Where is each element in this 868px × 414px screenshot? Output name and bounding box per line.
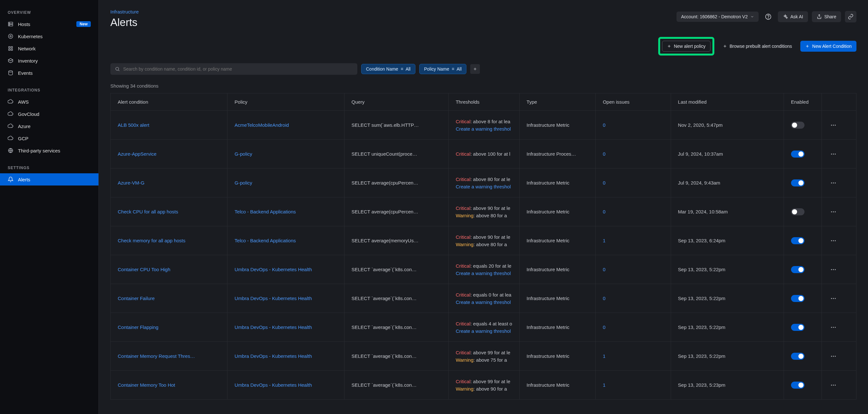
row-actions-button[interactable] [829,150,838,158]
query-text: SELECT `average`(`k8s.con… [351,267,441,272]
condition-link[interactable]: Container Memory Request Thres… [118,353,220,359]
condition-link[interactable]: Azure-AppService [118,151,220,157]
row-actions-button[interactable] [829,178,838,187]
sidebar-item-kubernetes[interactable]: Kubernetes [0,30,98,42]
condition-link[interactable]: Container CPU Too High [118,267,220,272]
policy-link[interactable]: Umbra DevOps - Kubernetes Health [235,267,337,272]
breadcrumb[interactable]: Infrastructure [110,9,677,14]
ask-ai-button[interactable]: Ask AI [778,11,808,22]
header-type[interactable]: Type [519,93,596,111]
sidebar-item-azure[interactable]: Azure [0,120,98,132]
row-actions-button[interactable] [829,236,838,245]
new-alert-condition-button[interactable]: New Alert Condition [800,41,857,52]
header-last-modified[interactable]: Last modified [671,93,784,111]
create-warning-link[interactable]: Create a warning threshol [456,299,512,305]
open-issues-link[interactable]: 1 [603,382,605,388]
create-warning-link[interactable]: Create a warning threshol [456,126,512,131]
enabled-toggle[interactable] [791,179,805,186]
policy-link[interactable]: Telco - Backend Applications [235,209,337,214]
policy-link[interactable]: AcmeTelcoMobileAndroid [235,122,337,128]
enabled-toggle[interactable] [791,324,805,331]
create-warning-link[interactable]: Create a warning threshol [456,184,512,189]
create-warning-link[interactable]: Create a warning threshol [456,328,512,334]
enabled-toggle[interactable] [791,122,805,129]
condition-link[interactable]: Azure-VM-G [118,180,220,185]
condition-link[interactable]: Container Failure [118,296,220,301]
account-selector[interactable]: Account: 1606862 - Demotron V2 [677,11,758,22]
browse-prebuilt-button[interactable]: Browse prebuilt alert conditions [718,41,797,51]
header-condition[interactable]: Alert condition [111,93,227,111]
open-issues-link[interactable]: 0 [603,296,605,301]
header-thresholds[interactable]: Thresholds [448,93,519,111]
policy-link[interactable]: Telco - Backend Applications [235,238,337,243]
filter-policy-name[interactable]: Policy Name = All [419,64,466,74]
header-enabled[interactable]: Enabled [784,93,822,111]
share-button[interactable]: Share [812,11,841,22]
sidebar-item-alerts[interactable]: Alerts [0,173,98,185]
header-open-issues[interactable]: Open issues [596,93,671,111]
new-alert-policy-button[interactable]: New alert policy [662,41,711,52]
type-text: Infrastructure Metric [527,122,569,128]
header-query[interactable]: Query [344,93,448,111]
svg-point-33 [831,298,832,299]
open-issues-link[interactable]: 0 [603,267,605,272]
add-filter-button[interactable] [470,64,480,74]
more-horizontal-icon [830,209,837,215]
row-actions-button[interactable] [829,323,838,332]
sidebar-item-network[interactable]: Network [0,42,98,55]
row-actions-button[interactable] [829,352,838,361]
open-issues-link[interactable]: 1 [603,353,605,359]
open-issues-link[interactable]: 0 [603,324,605,330]
server-icon [8,21,13,27]
open-issues-link[interactable]: 1 [603,238,605,243]
enabled-toggle[interactable] [791,237,805,244]
condition-link[interactable]: Container Memory Too Hot [118,382,220,388]
search-input[interactable] [123,66,353,71]
policy-link[interactable]: Umbra DevOps - Kubernetes Health [235,324,337,330]
create-warning-link[interactable]: Create a warning threshol [456,270,512,276]
policy-link[interactable]: Umbra DevOps - Kubernetes Health [235,353,337,359]
query-text: SELECT average(cpuPercen… [351,209,441,214]
sidebar-item-aws[interactable]: AWS [0,96,98,108]
open-issues-link[interactable]: 0 [603,180,605,185]
warning-label: Warning [456,357,473,363]
sidebar-item-hosts[interactable]: Hosts New [0,18,98,30]
policy-link[interactable]: Umbra DevOps - Kubernetes Health [235,382,337,388]
help-button[interactable] [763,11,774,23]
sidebar-item-inventory[interactable]: Inventory [0,55,98,67]
svg-point-19 [833,153,834,154]
row-actions-button[interactable] [829,381,838,390]
policy-link[interactable]: G-policy [235,180,337,185]
policy-link[interactable]: G-policy [235,151,337,157]
enabled-toggle[interactable] [791,266,805,273]
filter-condition-name[interactable]: Condition Name = All [361,64,415,74]
sidebar-item-gcp[interactable]: GCP [0,132,98,144]
condition-link[interactable]: Check CPU for all app hosts [118,209,220,214]
condition-link[interactable]: ALB 500x alert [118,122,220,128]
sidebar-item-events[interactable]: Events [0,67,98,79]
enabled-toggle[interactable] [791,150,805,157]
condition-link[interactable]: Container Flapping [118,324,220,330]
table-row: Check CPU for all app hosts Telco - Back… [111,197,857,226]
row-actions-button[interactable] [829,265,838,274]
critical-label: Critical [456,234,471,240]
permalink-button[interactable] [845,11,857,23]
enabled-toggle[interactable] [791,295,805,302]
sidebar-item-third-party[interactable]: Third-party services [0,144,98,157]
enabled-toggle[interactable] [791,353,805,360]
sidebar-item-govcloud[interactable]: GovCloud [0,108,98,120]
condition-link[interactable]: Check memory for all app hosts [118,238,220,243]
open-issues-link[interactable]: 0 [603,151,605,157]
enabled-toggle[interactable] [791,382,805,389]
cloud-icon [8,111,13,117]
header-policy[interactable]: Policy [227,93,344,111]
query-text: SELECT `average`(`k8s.con… [351,324,441,330]
policy-link[interactable]: Umbra DevOps - Kubernetes Health [235,296,337,301]
open-issues-link[interactable]: 0 [603,122,605,128]
row-actions-button[interactable] [829,294,838,303]
row-actions-button[interactable] [829,121,838,130]
open-issues-link[interactable]: 0 [603,209,605,214]
table-row: Container Memory Too Hot Umbra DevOps - … [111,371,857,400]
row-actions-button[interactable] [829,207,838,216]
enabled-toggle[interactable] [791,208,805,215]
